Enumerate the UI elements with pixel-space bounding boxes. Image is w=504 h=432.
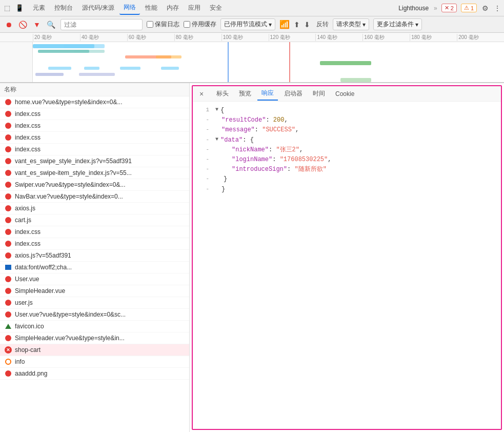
- tab-preview[interactable]: 预览: [235, 87, 255, 100]
- json-response-content: 1 ▼ { - "resultCode": 200, -: [193, 102, 501, 429]
- list-item[interactable]: index.css: [0, 238, 189, 250]
- more-filters-arrow: ▾: [415, 21, 418, 28]
- list-item[interactable]: index.css: [0, 144, 189, 155]
- list-item[interactable]: NavBar.vue?vue&type=style&index=0...: [0, 191, 189, 203]
- tab-timing[interactable]: 时间: [309, 87, 329, 100]
- json-val-introducesign: "随新所欲": [294, 166, 326, 173]
- list-item[interactable]: info: [0, 356, 189, 368]
- list-item[interactable]: Swiper.vue?vue&type=style&index=0&...: [0, 179, 189, 191]
- list-item[interactable]: index.css: [0, 120, 189, 132]
- list-item[interactable]: index.css: [0, 108, 189, 120]
- disable-cache-checkbox[interactable]: [184, 21, 190, 28]
- detail-border: × 标头 预览 响应 启动器 时间 Cookie 1 ▼ { -: [192, 85, 502, 430]
- download-icon[interactable]: ⬇: [304, 21, 310, 29]
- file-name: axios.js?v=55adf391: [15, 252, 71, 259]
- tab-performance[interactable]: 性能: [141, 2, 162, 14]
- tab-headers[interactable]: 标头: [212, 87, 233, 100]
- search-icon[interactable]: 🔍: [46, 19, 56, 30]
- list-item[interactable]: favicon.ico: [0, 321, 189, 332]
- tab-sources[interactable]: 源代码/来源: [78, 2, 118, 14]
- stop-recording-icon[interactable]: ⏺: [4, 19, 13, 30]
- offline-dropdown[interactable]: 已停用节流模式 ▾: [220, 18, 275, 30]
- list-item[interactable]: index.css: [0, 226, 189, 238]
- name-column-header: 名称: [4, 85, 16, 94]
- request-type-arrow: ▾: [362, 21, 366, 28]
- file-name: info: [15, 358, 25, 365]
- warning-count: 1: [471, 5, 474, 11]
- tab-cookie[interactable]: Cookie: [331, 88, 358, 100]
- upload-icon[interactable]: ⬆: [294, 21, 300, 29]
- reverse-label[interactable]: 反转: [316, 20, 329, 29]
- list-item[interactable]: ✕ shop-cart: [0, 344, 189, 356]
- list-item[interactable]: SimpleHeader.vue?vue&type=style&in...: [0, 332, 189, 344]
- file-icon: [4, 358, 12, 366]
- list-item[interactable]: axios.js?v=55adf391: [0, 250, 189, 262]
- json-root-close: }: [221, 185, 499, 194]
- error-count: 2: [451, 5, 454, 11]
- json-line-resultcode: - "resultCode": 200,: [193, 115, 501, 125]
- line-num-8: -: [195, 174, 209, 184]
- disable-cache-checkbox-label[interactable]: 停用缓存: [184, 20, 216, 29]
- warning-badge[interactable]: ⚠ 1: [461, 4, 477, 12]
- tick-160ms: 160 毫秒: [362, 34, 410, 41]
- tab-console[interactable]: 控制台: [50, 2, 77, 14]
- clear-log-icon[interactable]: 🚫: [17, 19, 28, 30]
- inspect-icon[interactable]: ⬚: [3, 3, 11, 13]
- tab-memory[interactable]: 内存: [163, 2, 183, 14]
- device-icon[interactable]: 📱: [14, 3, 25, 13]
- tab-security[interactable]: 安全: [206, 2, 226, 14]
- detail-close-button[interactable]: ×: [197, 89, 206, 99]
- file-icon: [4, 98, 12, 106]
- settings-icon[interactable]: ⚙: [482, 4, 489, 12]
- tab-application[interactable]: 应用: [184, 2, 205, 14]
- file-icon: [4, 287, 12, 295]
- list-item[interactable]: SimpleHeader.vue: [0, 285, 189, 297]
- line-num-4: -: [195, 135, 209, 145]
- list-item[interactable]: index.css: [0, 132, 189, 144]
- line-num-2: -: [195, 115, 209, 125]
- preserve-log-checkbox[interactable]: [147, 21, 153, 28]
- error-badge[interactable]: ✕ 2: [441, 4, 457, 12]
- filter-funnel-icon[interactable]: ▼: [32, 19, 42, 30]
- list-item[interactable]: axios.js: [0, 203, 189, 214]
- json-colon-4: :: [269, 146, 276, 153]
- line-num-5: -: [195, 145, 209, 154]
- line-num-3: -: [195, 125, 209, 134]
- more-filters-dropdown[interactable]: 更多过滤条件 ▾: [373, 18, 422, 30]
- more-options-icon[interactable]: ⋮: [494, 4, 501, 12]
- list-item[interactable]: user.js: [0, 297, 189, 309]
- list-item[interactable]: aaaddd.png: [0, 368, 189, 380]
- file-icon: [4, 310, 12, 319]
- list-item[interactable]: vant_es_swipe_style_index.js?v=55adf391: [0, 155, 189, 167]
- timeline-marker: [228, 42, 229, 82]
- waterfall-canvas[interactable]: [33, 42, 504, 82]
- list-item[interactable]: cart.js: [0, 214, 189, 226]
- tab-elements[interactable]: 元素: [29, 2, 49, 14]
- request-type-dropdown[interactable]: 请求类型 ▾: [333, 18, 369, 30]
- file-icon: [4, 145, 12, 153]
- line-num-7: -: [195, 165, 209, 174]
- file-name: aaaddd.png: [15, 370, 47, 377]
- json-colon-3: :: [243, 136, 250, 144]
- list-item[interactable]: home.vue?vue&type=style&index=0&...: [0, 96, 189, 108]
- waterfall-row-11: [161, 67, 179, 70]
- json-val-resultcode: 200: [273, 116, 285, 124]
- preserve-log-checkbox-label[interactable]: 保留日志: [147, 20, 179, 29]
- tab-network[interactable]: 网络: [119, 1, 140, 15]
- json-key-message: "message": [221, 126, 255, 133]
- tab-initiator[interactable]: 启动器: [280, 87, 307, 100]
- json-open-brace: {: [220, 106, 499, 115]
- wifi-icon[interactable]: 📶: [279, 19, 290, 29]
- collapse-toggle-1[interactable]: ▼: [213, 106, 220, 114]
- list-item[interactable]: User.vue: [0, 273, 189, 285]
- detail-panel: × 标头 预览 响应 启动器 时间 Cookie 1 ▼ { -: [190, 83, 504, 432]
- list-item[interactable]: data:font/woff2;cha...: [0, 262, 189, 273]
- list-item[interactable]: User.vue?vue&type=style&index=0&sc...: [0, 309, 189, 321]
- filter-bar: ⏺ 🚫 ▼ 🔍 保留日志 停用缓存 已停用节流模式 ▾ 📶 ⬆ ⬇ 反转 请求类…: [0, 16, 504, 33]
- tab-response[interactable]: 响应: [257, 87, 278, 101]
- json-colon-1: :: [266, 116, 273, 124]
- json-comma-4: ,: [299, 146, 303, 153]
- list-item[interactable]: vant_es_swipe-item_style_index.js?v=55..…: [0, 167, 189, 179]
- collapse-toggle-data[interactable]: ▼: [213, 135, 220, 144]
- filter-input[interactable]: [61, 19, 143, 30]
